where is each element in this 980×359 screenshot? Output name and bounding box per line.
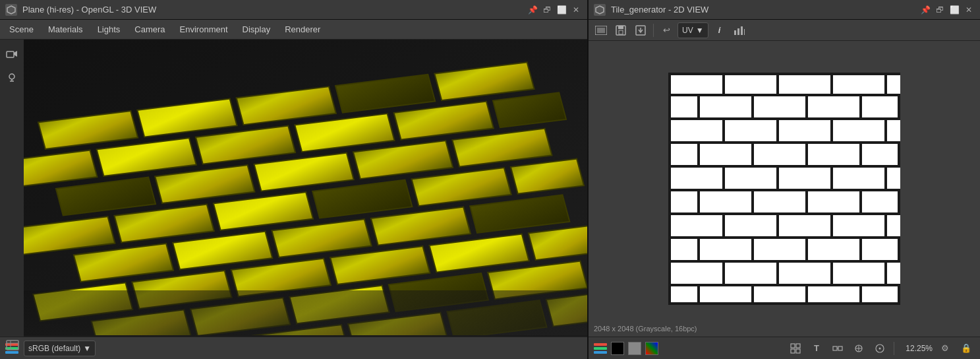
menu-lights[interactable]: Lights bbox=[91, 22, 127, 37]
app-icon-3d bbox=[5, 4, 17, 16]
svg-rect-122 bbox=[722, 263, 725, 284]
circle-btn[interactable] bbox=[871, 341, 888, 356]
svg-rect-85 bbox=[830, 120, 833, 141]
bottom-bar-2d: T 12.25% ⚙ 🔒 bbox=[589, 337, 980, 359]
toolbar-2d: ↩ UV ▼ i bbox=[589, 20, 980, 41]
menubar-3d: Scene Materials Lights Camera Environmen… bbox=[0, 20, 587, 40]
pin-btn-3d[interactable]: 📌 bbox=[527, 4, 538, 16]
color-swatch[interactable] bbox=[645, 342, 658, 355]
svg-rect-98 bbox=[830, 168, 833, 189]
svg-rect-113 bbox=[668, 236, 900, 239]
viewport-area-3d[interactable] bbox=[0, 40, 587, 337]
text-btn[interactable]: T bbox=[808, 341, 825, 356]
svg-rect-110 bbox=[776, 215, 779, 236]
bottom-left-icon-3d[interactable] bbox=[5, 337, 20, 354]
colorspace-label: sRGB (default) bbox=[28, 344, 80, 353]
svg-point-145 bbox=[879, 347, 881, 349]
svg-rect-93 bbox=[898, 144, 900, 165]
svg-rect-64 bbox=[737, 28, 739, 35]
snap-btn[interactable] bbox=[829, 341, 846, 356]
view-btn-2d[interactable] bbox=[592, 22, 610, 38]
light-icon[interactable] bbox=[3, 69, 21, 87]
svg-rect-132 bbox=[898, 286, 900, 305]
titlebar-controls-2d: 📌 🗗 ⬜ ✕ bbox=[919, 4, 975, 16]
svg-rect-108 bbox=[668, 215, 671, 236]
svg-rect-117 bbox=[805, 239, 808, 260]
restore-btn-3d[interactable]: 🗗 bbox=[541, 4, 553, 16]
info-btn-2d[interactable]: i bbox=[711, 22, 728, 38]
menu-camera[interactable]: Camera bbox=[128, 22, 171, 37]
undo-btn-2d[interactable]: ↩ bbox=[658, 22, 675, 38]
colorspace-select[interactable]: sRGB (default) ▼ bbox=[24, 341, 96, 356]
svg-marker-0 bbox=[7, 6, 15, 14]
svg-rect-114 bbox=[668, 239, 671, 260]
svg-rect-131 bbox=[859, 286, 862, 305]
svg-rect-74 bbox=[668, 94, 900, 96]
svg-rect-112 bbox=[884, 215, 887, 236]
menu-renderer[interactable]: Renderer bbox=[278, 22, 327, 37]
export-btn-2d[interactable] bbox=[632, 22, 649, 38]
sep-2d bbox=[894, 342, 894, 355]
restore-btn-2d[interactable]: 🗗 bbox=[934, 4, 946, 16]
titlebar-2d: Tile_generator - 2D VIEW 📌 🗗 ⬜ ✕ bbox=[589, 0, 980, 20]
title-text-2d: Tile_generator - 2D VIEW bbox=[611, 5, 914, 15]
svg-rect-124 bbox=[830, 263, 833, 284]
svg-rect-99 bbox=[884, 168, 887, 189]
bottom-right-2d: T 12.25% ⚙ 🔒 bbox=[787, 341, 975, 356]
maximize-btn-2d[interactable]: ⬜ bbox=[948, 4, 960, 16]
viewport-canvas-3d[interactable] bbox=[24, 40, 587, 337]
menu-materials[interactable]: Materials bbox=[42, 22, 90, 37]
stats-btn-2d[interactable] bbox=[731, 22, 748, 38]
svg-rect-126 bbox=[668, 284, 900, 286]
camera-icon[interactable] bbox=[3, 45, 21, 63]
zoom-value: 12.25% bbox=[900, 344, 933, 353]
black-swatch[interactable] bbox=[611, 342, 624, 355]
svg-rect-76 bbox=[697, 96, 700, 117]
menu-environment[interactable]: Environment bbox=[173, 22, 235, 37]
gray-swatch[interactable] bbox=[628, 342, 641, 355]
svg-point-3 bbox=[9, 74, 14, 79]
svg-rect-121 bbox=[668, 263, 671, 284]
image-canvas-2d bbox=[668, 73, 900, 305]
svg-rect-96 bbox=[722, 168, 725, 189]
titlebar-3d: Plane (hi-res) - OpenGL - 3D VIEW 📌 🗗 ⬜ … bbox=[0, 0, 587, 20]
menu-scene[interactable]: Scene bbox=[3, 22, 40, 37]
svg-rect-104 bbox=[805, 191, 808, 212]
bottom-bar-3d: sRGB (default) ▼ bbox=[0, 337, 587, 359]
close-btn-2d[interactable]: ✕ bbox=[963, 4, 975, 16]
svg-rect-89 bbox=[697, 144, 700, 165]
svg-rect-128 bbox=[697, 286, 700, 305]
close-btn-3d[interactable]: ✕ bbox=[570, 4, 582, 16]
zoom-settings[interactable]: ⚙ bbox=[937, 341, 954, 356]
transform-btn[interactable] bbox=[850, 341, 867, 356]
left-sidebar-3d bbox=[0, 40, 24, 337]
grid-btn[interactable] bbox=[787, 341, 804, 356]
svg-rect-87 bbox=[668, 141, 900, 144]
titlebar-controls-3d: 📌 🗗 ⬜ ✕ bbox=[527, 4, 582, 16]
maximize-btn-3d[interactable]: ⬜ bbox=[556, 4, 567, 16]
svg-rect-103 bbox=[751, 191, 754, 212]
svg-rect-118 bbox=[859, 239, 862, 260]
viewport-2d[interactable]: 2048 x 2048 (Grayscale, 16bpc) bbox=[589, 41, 980, 337]
colorspace-arrow: ▼ bbox=[83, 344, 91, 353]
uv-dropdown[interactable]: UV ▼ bbox=[677, 22, 708, 38]
svg-rect-120 bbox=[668, 260, 900, 263]
svg-rect-70 bbox=[722, 73, 725, 94]
save-btn-2d[interactable] bbox=[612, 22, 629, 38]
pin-btn-2d[interactable]: 📌 bbox=[919, 4, 931, 16]
svg-rect-100 bbox=[668, 189, 900, 191]
svg-rect-95 bbox=[668, 168, 671, 189]
svg-rect-79 bbox=[859, 96, 862, 117]
svg-rect-51 bbox=[24, 290, 587, 335]
layers-icon-2d bbox=[594, 343, 607, 354]
brick-3d-render bbox=[24, 40, 587, 335]
svg-rect-116 bbox=[751, 239, 754, 260]
menu-display[interactable]: Display bbox=[236, 22, 277, 37]
svg-rect-63 bbox=[734, 30, 736, 35]
svg-rect-82 bbox=[668, 120, 671, 141]
lock-btn[interactable]: 🔒 bbox=[958, 341, 975, 356]
svg-rect-86 bbox=[884, 120, 887, 141]
svg-rect-119 bbox=[898, 239, 900, 260]
svg-rect-68 bbox=[668, 73, 900, 75]
svg-rect-78 bbox=[805, 96, 808, 117]
